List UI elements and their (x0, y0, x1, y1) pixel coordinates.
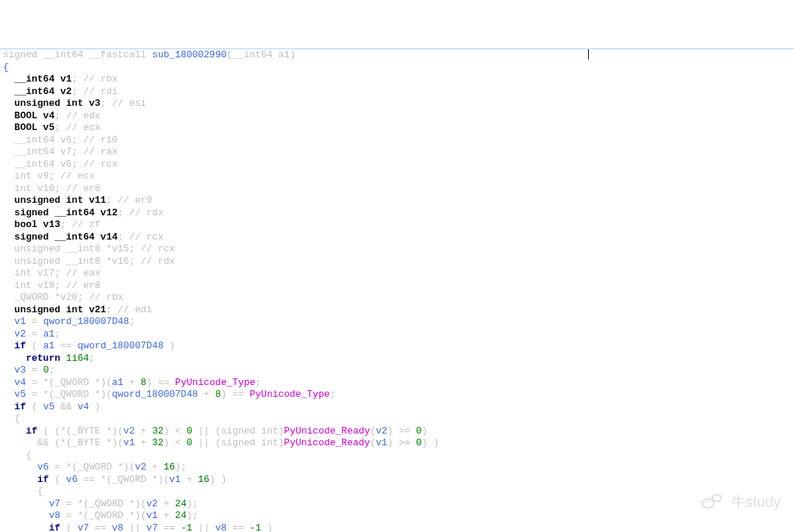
code-line[interactable]: __int64 v7; // rax (3, 146, 791, 159)
code-line[interactable]: _QWORD *v20; // rbx (3, 292, 791, 304)
code-line[interactable]: { (3, 62, 791, 74)
code-line[interactable]: int v18; // er8 (3, 280, 791, 292)
code-line[interactable]: if ( a1 == qword_180007D48 ) (3, 340, 791, 353)
watermark: 牛study (701, 492, 781, 511)
decompiler-code-view[interactable]: signed __int64 __fastcall sub_180002990(… (0, 48, 794, 532)
code-line[interactable]: v2 = a1; (3, 328, 791, 341)
code-line[interactable]: { (3, 450, 791, 462)
code-line[interactable]: signed __int64 __fastcall sub_180002990(… (3, 49, 791, 62)
code-line[interactable]: v1 = qword_180007D48; (3, 316, 791, 328)
code-line[interactable]: bool v13; // zf (3, 219, 791, 231)
code-line[interactable]: v5 = *(_QWORD *)(qword_180007D48 + 8) ==… (3, 389, 791, 401)
code-line[interactable]: signed __int64 v14; // rcx (3, 231, 791, 244)
code-line[interactable]: unsigned int v11; // er9 (3, 195, 791, 207)
code-line[interactable]: if ( v6 == *(_QWORD *)(v1 + 16) ) (3, 474, 791, 486)
code-line[interactable]: v7 = *(_QWORD *)(v2 + 24); (3, 498, 791, 511)
code-line[interactable]: unsigned __int8 *v16; // rdx (3, 256, 791, 268)
code-line[interactable]: BOOL v4; // edx (3, 110, 791, 123)
code-line[interactable]: unsigned int v21; // edi (3, 304, 791, 317)
code-line[interactable]: __int64 v2; // rdi (3, 86, 791, 98)
code-line[interactable]: if ( v5 && v4 ) (3, 401, 791, 414)
text-caret (588, 49, 589, 60)
code-line[interactable]: __int64 v8; // rcx (3, 159, 791, 171)
code-line[interactable]: return 1i64; (3, 353, 791, 365)
code-line[interactable]: signed __int64 v12; // rdx (3, 207, 791, 220)
code-line[interactable]: unsigned __int8 *v15; // rcx (3, 243, 791, 256)
code-line[interactable]: && (*(_BYTE *)(v1 + 32) < 0 || (signed i… (3, 437, 791, 450)
code-line[interactable]: v6 = *(_QWORD *)(v2 + 16); (3, 461, 791, 474)
code-line[interactable]: { (3, 486, 791, 498)
watermark-text: 牛study (731, 496, 781, 508)
code-line[interactable]: v4 = *(_QWORD *)(a1 + 8) == PyUnicode_Ty… (3, 377, 791, 389)
code-line[interactable]: unsigned int v3; // esi (3, 98, 791, 110)
code-line[interactable]: int v9; // ecx (3, 170, 791, 183)
code-line[interactable]: __int64 v1; // rbx (3, 73, 791, 86)
code-line[interactable]: int v10; // er8 (3, 183, 791, 195)
code-line[interactable]: __int64 v6; // r10 (3, 134, 791, 147)
code-line[interactable]: int v17; // eax (3, 267, 791, 280)
code-line[interactable]: BOOL v5; // ecx (3, 122, 791, 134)
code-line[interactable]: v3 = 0; (3, 364, 791, 377)
code-line[interactable]: if ( (*(_BYTE *)(v2 + 32) < 0 || (signed… (3, 425, 791, 438)
code-line[interactable]: if ( v7 == v8 || v7 == -1 || v8 == -1 ) (3, 522, 791, 533)
wechat-icon (701, 492, 726, 511)
code-line[interactable]: { (3, 413, 791, 425)
code-line[interactable]: v8 = *(_QWORD *)(v1 + 24); (3, 510, 791, 522)
